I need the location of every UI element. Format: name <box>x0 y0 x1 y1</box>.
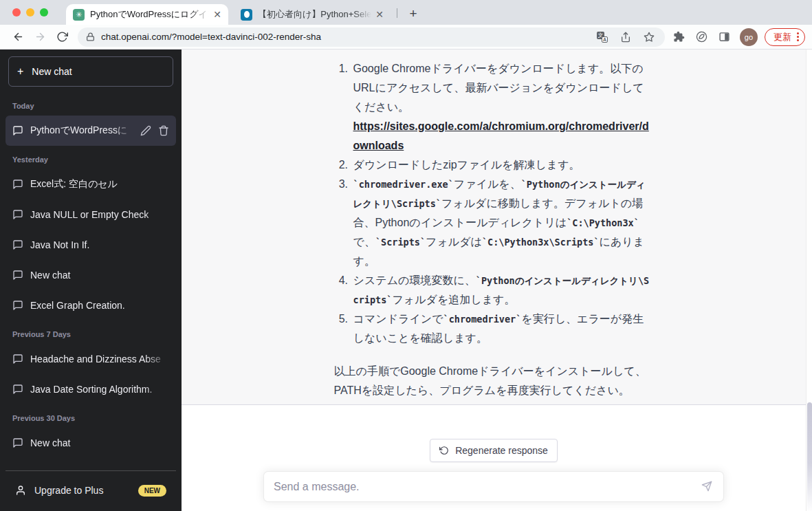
new-chat-button[interactable]: + New chat <box>8 56 173 87</box>
chrome-update-button[interactable]: 更新 <box>765 28 805 46</box>
edit-pencil-icon[interactable] <box>140 125 151 136</box>
step-text: ファイルを、 <box>454 178 521 190</box>
tab-bar: ✳ PythonでWordPressにログイン ✕ 【初心者向け】Python+… <box>0 0 812 25</box>
browser-tab-chatgpt[interactable]: ✳ PythonでWordPressにログイン ✕ <box>66 4 228 25</box>
chat-item[interactable]: Java Not In If. <box>6 230 176 260</box>
update-label: 更新 <box>773 31 791 43</box>
step-item: Google Chromeドライバーをダウンロードします。以下のURLにアクセス… <box>351 59 654 155</box>
chat-bubble-icon <box>12 239 23 250</box>
step-text: フォルダは <box>426 236 482 248</box>
chat-item-label: Java Date Sorting Algorithm. <box>30 384 169 395</box>
message-input[interactable] <box>274 481 701 493</box>
blue-circle-favicon-icon <box>241 9 252 21</box>
new-badge: NEW <box>138 485 166 497</box>
sidebar: + New chat Today PythonでWordPressに Yeste… <box>0 50 182 511</box>
step-text: フォルダを追加します。 <box>392 294 515 305</box>
traffic-lights <box>12 8 48 17</box>
reload-icon[interactable] <box>55 29 70 45</box>
side-panel-icon[interactable] <box>716 29 733 45</box>
step-item: コマンドラインで`chromedriver`を実行し、エラーが発生しないことを確… <box>351 309 654 348</box>
chat-item[interactable]: Java NULL or Empty Check <box>6 199 176 230</box>
refresh-icon <box>439 446 449 455</box>
scrollbar-thumb[interactable] <box>807 402 812 511</box>
step-text: ダウンロードしたzipファイルを解凍します。 <box>353 159 580 171</box>
chat-bubble-icon <box>12 384 23 395</box>
message-input-container <box>263 471 724 502</box>
fullscreen-window-button[interactable] <box>40 8 48 17</box>
tab-separator <box>397 8 397 18</box>
plus-icon: + <box>17 65 23 78</box>
browser-window: ✳ PythonでWordPressにログイン ✕ 【初心者向け】Python+… <box>0 0 812 511</box>
step-text: Google Chromeドライバーをダウンロードします。以下のURLにアクセス… <box>353 63 644 113</box>
chat-item-label: Excel Graph Creation. <box>30 300 169 311</box>
sidebar-footer: Upgrade to Plus NEW <box>6 470 176 511</box>
section-label-today: Today <box>6 92 176 116</box>
chat-item-label: Headache and Dizziness Abse <box>30 354 169 365</box>
share-icon[interactable] <box>618 30 633 45</box>
steps-list: Google Chromeドライバーをダウンロードします。以下のURLにアクセス… <box>334 59 654 348</box>
closing-paragraph: 以上の手順でGoogle Chromeドライバーをインストールして、PATHを設… <box>334 362 654 400</box>
chat-item[interactable]: Headache and Dizziness Abse <box>6 344 176 374</box>
chatgpt-favicon-icon: ✳ <box>73 9 85 21</box>
tab-close-icon[interactable]: ✕ <box>213 9 221 20</box>
send-message-icon[interactable] <box>701 481 714 493</box>
section-label-previous-30-days: Previous 30 Days <box>6 404 176 428</box>
chat-bubble-icon <box>12 354 23 365</box>
section-label-yesterday: Yesterday <box>6 146 176 169</box>
new-tab-button[interactable]: + <box>404 5 422 23</box>
inline-code: `chromedriver.exe` <box>353 179 454 190</box>
menu-kebab-icon[interactable] <box>797 32 799 41</box>
chat-bubble-icon <box>12 125 23 136</box>
chat-item-label: PythonでWordPressに <box>30 124 133 137</box>
address-bar[interactable]: chat.openai.com/?model=text-davinci-002-… <box>78 28 665 47</box>
chat-item[interactable]: Excel Graph Creation. <box>6 290 176 320</box>
step-text: で、 <box>353 236 375 248</box>
lock-icon <box>86 32 95 41</box>
profile-avatar[interactable]: go <box>740 28 758 46</box>
chat-bubble-icon <box>12 300 23 311</box>
chat-bubble-icon <box>12 209 23 220</box>
chat-bubble-icon <box>12 270 23 281</box>
translate-icon[interactable]: 文A <box>595 30 610 45</box>
inline-code: `Scripts` <box>375 237 426 248</box>
chat-item[interactable]: Java Date Sorting Algorithm. <box>6 374 176 404</box>
user-icon <box>15 485 26 496</box>
chat-item-label: Java NULL or Empty Check <box>30 209 169 220</box>
extension-leaf-icon[interactable] <box>694 29 710 45</box>
tab-close-icon[interactable]: ✕ <box>375 9 384 20</box>
chat-history: Today PythonでWordPressに Yesterday Excel式… <box>6 92 176 470</box>
chromedriver-download-link[interactable]: https://sites.google.com/a/chromium.org/… <box>353 117 654 155</box>
upgrade-to-plus-button[interactable]: Upgrade to Plus NEW <box>8 475 173 505</box>
close-window-button[interactable] <box>12 8 21 17</box>
bookmark-star-icon[interactable] <box>641 30 657 45</box>
tab-title: PythonでWordPressにログイン <box>90 8 209 21</box>
chat-item-label: Excel式: 空白のセル <box>30 178 169 191</box>
new-chat-label: New chat <box>32 66 72 77</box>
tab-title: 【初心者向け】Python+Selenium <box>258 8 371 21</box>
forward-icon[interactable] <box>32 29 47 45</box>
composer-area: Regenerate response <box>182 406 806 511</box>
back-icon[interactable] <box>10 29 25 45</box>
step-item: システムの環境変数に、`Pythonのインストールディレクトリ\Scripts`… <box>351 271 654 309</box>
chat-bubble-icon <box>12 179 23 190</box>
inline-code: `C:\Python3x\Scripts` <box>482 237 600 248</box>
extensions-puzzle-icon[interactable] <box>671 29 688 45</box>
chat-item[interactable]: New chat <box>6 428 176 458</box>
chat-item-label: New chat <box>30 437 169 448</box>
browser-tab-selenium-article[interactable]: 【初心者向け】Python+Selenium ✕ <box>234 4 391 25</box>
step-item: `chromedriver.exe`ファイルを、`Pythonのインストールディ… <box>351 175 654 271</box>
step-item: ダウンロードしたzipファイルを解凍します。 <box>351 155 654 175</box>
url-text: chat.openai.com/?model=text-davinci-002-… <box>101 32 586 42</box>
minimize-window-button[interactable] <box>26 8 34 17</box>
step-text: システムの環境変数に、 <box>353 274 476 286</box>
step-text: コマンドラインで <box>353 313 443 325</box>
regenerate-label: Regenerate response <box>455 445 548 456</box>
chat-item-active[interactable]: PythonでWordPressに <box>6 116 176 146</box>
chat-item[interactable]: New chat <box>6 260 176 290</box>
assistant-message: Google Chromeドライバーをダウンロードします。以下のURLにアクセス… <box>182 50 806 405</box>
chat-item[interactable]: Excel式: 空白のセル <box>6 169 176 199</box>
page-scrollbar <box>806 50 812 511</box>
delete-trash-icon[interactable] <box>158 125 169 136</box>
browser-toolbar: chat.openai.com/?model=text-davinci-002-… <box>0 25 812 50</box>
regenerate-response-button[interactable]: Regenerate response <box>430 439 558 462</box>
